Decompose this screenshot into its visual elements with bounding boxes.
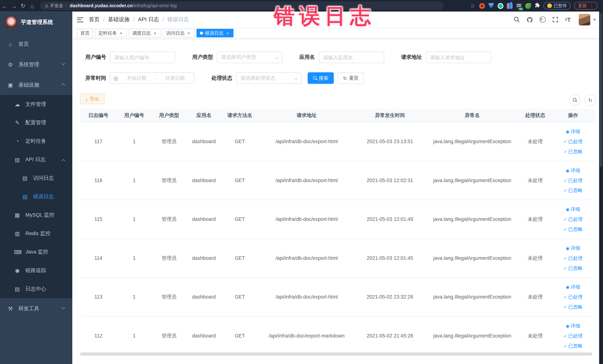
- sidebar-item-config-mgmt[interactable]: ✎配置管理: [0, 114, 72, 132]
- sidebar-item-api-log[interactable]: ▤API 日志: [0, 150, 72, 169]
- sidebar-item-infrastructure[interactable]: ▣基础设施: [0, 75, 72, 95]
- sidebar-item-dev-tools[interactable]: ⚒研发工具: [0, 298, 72, 318]
- user-id-input[interactable]: [110, 52, 175, 63]
- menu-kebab-icon[interactable]: ⋮: [590, 3, 594, 8]
- help-icon[interactable]: ?: [539, 16, 545, 23]
- action-详细[interactable]: ◉详细: [552, 204, 594, 214]
- gear-icon: ⚙: [7, 61, 14, 68]
- action-详细[interactable]: ◉详细: [552, 243, 594, 253]
- font-size-icon[interactable]: TT: [565, 16, 571, 23]
- extension-icon[interactable]: [479, 3, 485, 9]
- github-icon[interactable]: [526, 16, 533, 23]
- close-tab-icon[interactable]: ×: [225, 31, 230, 35]
- profile-paused-badge[interactable]: 已暂停: [543, 2, 570, 10]
- extension-icon[interactable]: [507, 3, 512, 9]
- tab-访问日志[interactable]: 访问日志×: [163, 29, 195, 37]
- table-toolbar: ↻: [569, 94, 596, 106]
- back-icon[interactable]: ←: [0, 2, 9, 9]
- column-header: 用户编号: [117, 109, 152, 122]
- download-icon: ↓: [85, 97, 88, 101]
- sidebar-item-log-center[interactable]: ▤日志中心: [0, 280, 72, 298]
- search-icon[interactable]: [514, 16, 520, 23]
- tab-调度日志[interactable]: 调度日志×: [129, 29, 161, 37]
- action-已忽略[interactable]: ✓已忽略: [552, 263, 594, 273]
- bookmark-star-icon[interactable]: ☆: [470, 3, 475, 9]
- action-已处理[interactable]: ✓已处理: [552, 253, 594, 263]
- action-已处理[interactable]: ✓已处理: [552, 292, 594, 302]
- user-menu[interactable]: [579, 14, 596, 25]
- sidebar-item-home[interactable]: ⌂首页: [0, 34, 72, 54]
- vertical-scrollbar[interactable]: [599, 12, 603, 364]
- extension-icon[interactable]: [488, 3, 494, 9]
- chevron-down-icon: [593, 19, 596, 22]
- search-icon: [313, 76, 317, 80]
- horizontal-scrollbar[interactable]: [80, 352, 592, 356]
- sidebar-item-access-log[interactable]: ▤访问日志: [0, 169, 72, 188]
- close-tab-icon[interactable]: ×: [119, 31, 123, 35]
- app-logo[interactable]: 芋道管理系统: [0, 12, 72, 33]
- action-已忽略[interactable]: ✓已忽略: [552, 341, 594, 351]
- sidebar-item-mysql-monitor[interactable]: ▦MySQL 监控: [0, 206, 72, 224]
- close-tab-icon[interactable]: ×: [186, 31, 191, 35]
- sidebar-item-java-monitor[interactable]: ⌨Java 监控: [0, 243, 72, 261]
- search-button[interactable]: 搜索: [308, 72, 334, 84]
- date-range-picker[interactable]: ▦ 开始日期 - 结束日期: [110, 72, 195, 84]
- scrollbar-thumb[interactable]: [600, 13, 602, 167]
- app-name-input[interactable]: [319, 52, 384, 63]
- extension-icon[interactable]: [525, 3, 531, 9]
- action-详细[interactable]: ◉详细: [552, 282, 594, 292]
- forward-icon[interactable]: →: [9, 2, 19, 9]
- user-type-select[interactable]: 请选择用户类型: [217, 52, 282, 63]
- sidebar-item-system-mgmt[interactable]: ⚙系统管理: [0, 54, 72, 75]
- cell-log_id: 114: [80, 239, 117, 278]
- reset-button[interactable]: ↻ 重置: [337, 72, 364, 84]
- tab-label: 定时任务: [98, 30, 117, 36]
- tab-首页[interactable]: 首页: [77, 29, 93, 37]
- browser-update-button[interactable]: 更新 ⋮: [574, 2, 598, 10]
- action-已忽略[interactable]: ✓已忽略: [552, 185, 594, 195]
- cell-user_type: 管理员: [152, 122, 186, 161]
- sidebar-item-file-mgmt[interactable]: ☁文件管理: [0, 95, 72, 114]
- check-icon: ✓: [564, 185, 567, 195]
- breadcrumb-item[interactable]: 基础设施: [108, 16, 129, 23]
- tab-定时任务[interactable]: 定时任务×: [95, 29, 127, 37]
- export-button[interactable]: ↓ 导出: [80, 94, 105, 104]
- reload-icon[interactable]: ↻: [19, 2, 28, 9]
- cell-actions: ◉详细✓已处理✓已忽略: [551, 316, 595, 351]
- action-已处理[interactable]: ✓已处理: [552, 331, 594, 341]
- request-url-input[interactable]: [426, 52, 491, 63]
- action-已处理[interactable]: ✓已处理: [552, 214, 594, 224]
- home-icon[interactable]: ⌂: [28, 2, 37, 9]
- breadcrumb-item[interactable]: 首页: [89, 16, 100, 23]
- action-已处理[interactable]: ✓已处理: [552, 175, 594, 185]
- extension-icon[interactable]: [516, 3, 522, 9]
- tab-错误日志[interactable]: 错误日志×: [197, 29, 233, 37]
- extension-icon[interactable]: [497, 3, 503, 9]
- sidebar-item-redis-monitor[interactable]: ▥Redis 监控: [0, 224, 72, 243]
- action-详细[interactable]: ◉详细: [552, 321, 594, 331]
- action-已忽略[interactable]: ✓已忽略: [552, 224, 594, 234]
- fullscreen-icon[interactable]: [552, 16, 558, 23]
- sidebar-item-error-log[interactable]: ▤错误日志: [0, 188, 72, 206]
- action-详细[interactable]: ◉详细: [552, 127, 594, 137]
- process-status-select[interactable]: 请选择处理状态: [236, 72, 302, 84]
- close-tab-icon[interactable]: ×: [153, 31, 157, 35]
- cell-log_id: 113: [80, 277, 117, 316]
- address-bar[interactable]: ⚠ 不安全 dashboard.yudao.iocoder.cn /infra/…: [40, 1, 444, 10]
- action-已忽略[interactable]: ✓已忽略: [552, 146, 594, 156]
- column-header: 请求地址: [258, 109, 355, 122]
- extensions-puzzle-icon[interactable]: [534, 2, 540, 9]
- refresh-button[interactable]: ↻: [584, 94, 596, 106]
- action-已忽略[interactable]: ✓已忽略: [552, 302, 594, 312]
- cell-user_type: 管理员: [152, 316, 186, 351]
- toolbar: ↓ 导出: [80, 94, 105, 104]
- sidebar-item-label: 链路追踪: [25, 267, 46, 274]
- action-已处理[interactable]: ✓已处理: [552, 137, 594, 146]
- sidebar-item-trace[interactable]: ◉链路追踪: [0, 261, 72, 280]
- breadcrumb-item[interactable]: API 日志: [138, 16, 159, 23]
- emoji-avatar-icon: [547, 3, 552, 8]
- hide-search-button[interactable]: [569, 94, 580, 106]
- sidebar-toggle-icon[interactable]: [77, 17, 83, 22]
- sidebar-item-scheduled-tasks[interactable]: ◔定时任务: [0, 132, 72, 151]
- action-详细[interactable]: ◉详细: [552, 165, 594, 175]
